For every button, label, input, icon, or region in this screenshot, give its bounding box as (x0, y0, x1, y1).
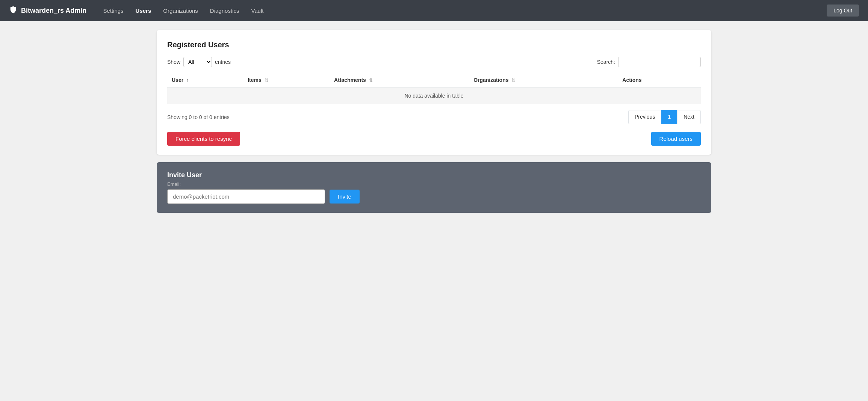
nav-settings[interactable]: Settings (98, 5, 128, 17)
page-1-button[interactable]: 1 (661, 110, 677, 124)
registered-users-card: Registered Users Show All 10 25 50 100 e… (157, 30, 711, 155)
entries-label: entries (215, 59, 231, 65)
user-sort-icon: ↑ (186, 78, 189, 83)
main-content: Registered Users Show All 10 25 50 100 e… (145, 21, 723, 222)
show-entries: Show All 10 25 50 100 entries (167, 57, 231, 67)
logout-button[interactable]: Log Out (827, 5, 859, 17)
showing-text: Showing 0 to 0 of 0 entries (167, 114, 230, 120)
pagination-row: Showing 0 to 0 of 0 entries Previous 1 N… (167, 110, 701, 124)
email-input[interactable] (167, 189, 325, 204)
registered-users-title: Registered Users (167, 41, 701, 49)
shield-icon (9, 6, 17, 16)
no-data-row: No data available in table (167, 87, 701, 104)
invite-user-title: Invite User (167, 171, 701, 179)
col-actions: Actions (618, 73, 701, 87)
nav-organizations[interactable]: Organizations (159, 5, 203, 17)
invite-button[interactable]: Invite (330, 190, 360, 204)
search-input[interactable] (618, 57, 701, 67)
organizations-sort-icon: ⇅ (511, 78, 515, 83)
no-data-cell: No data available in table (167, 87, 701, 104)
email-label: Email: (167, 181, 701, 187)
navbar-logout-area: Log Out (827, 5, 859, 17)
previous-button[interactable]: Previous (628, 110, 661, 124)
users-table: User ↑ Items ⇅ Attachments ⇅ Organizat (167, 73, 701, 104)
navbar-brand[interactable]: Bitwarden_rs Admin (9, 6, 86, 16)
invite-row: Invite (167, 189, 701, 204)
navbar-nav: Settings Users Organizations Diagnostics… (98, 5, 827, 17)
items-sort-icon: ⇅ (265, 78, 268, 83)
brand-label: Bitwarden_rs Admin (21, 7, 86, 15)
nav-diagnostics[interactable]: Diagnostics (206, 5, 244, 17)
navbar: Bitwarden_rs Admin Settings Users Organi… (0, 0, 868, 21)
nav-vault[interactable]: Vault (246, 5, 268, 17)
reload-users-button[interactable]: Reload users (651, 132, 701, 146)
invite-user-card: Invite User Email: Invite (157, 162, 711, 213)
force-resync-button[interactable]: Force clients to resync (167, 132, 240, 146)
nav-users[interactable]: Users (131, 5, 156, 17)
controls-row: Show All 10 25 50 100 entries Search: (167, 57, 701, 67)
users-table-container: User ↑ Items ⇅ Attachments ⇅ Organizat (167, 73, 701, 104)
entries-select[interactable]: All 10 25 50 100 (183, 57, 212, 67)
next-button[interactable]: Next (677, 110, 701, 124)
col-user[interactable]: User ↑ (167, 73, 243, 87)
attachments-sort-icon: ⇅ (369, 78, 373, 83)
col-organizations[interactable]: Organizations ⇅ (469, 73, 618, 87)
search-row: Search: (597, 57, 701, 67)
pagination: Previous 1 Next (628, 110, 701, 124)
show-label: Show (167, 59, 180, 65)
actions-row: Force clients to resync Reload users (167, 132, 701, 146)
table-header-row: User ↑ Items ⇅ Attachments ⇅ Organizat (167, 73, 701, 87)
col-items[interactable]: Items ⇅ (243, 73, 330, 87)
col-attachments[interactable]: Attachments ⇅ (330, 73, 469, 87)
search-label: Search: (597, 59, 615, 65)
